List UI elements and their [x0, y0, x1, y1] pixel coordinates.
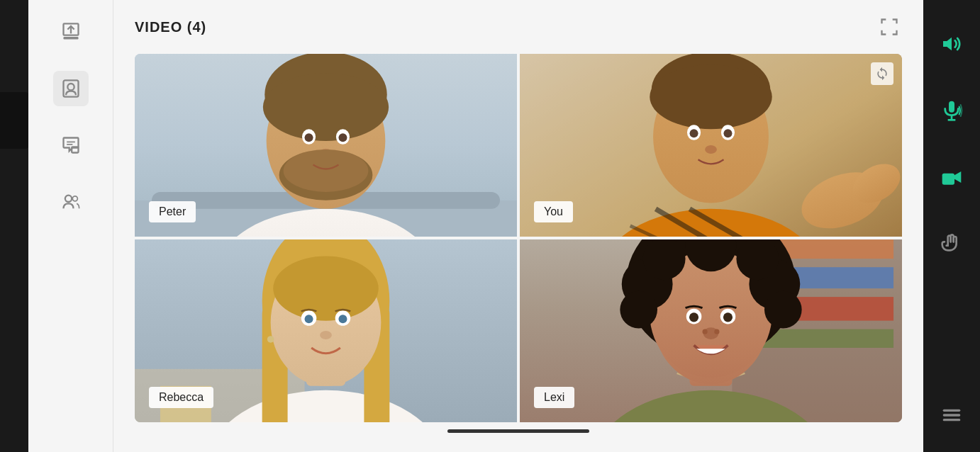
- video-cell-you: You: [520, 54, 902, 237]
- svg-marker-88: [954, 171, 961, 183]
- svg-point-7: [72, 196, 77, 201]
- users-icon[interactable]: [53, 184, 89, 220]
- svg-marker-84: [943, 38, 952, 51]
- svg-point-79: [689, 312, 698, 322]
- name-label-rebecca: Rebecca: [149, 387, 213, 408]
- svg-point-75: [620, 291, 657, 329]
- camera-icon[interactable]: [936, 162, 967, 193]
- left-sidebar: [28, 0, 113, 452]
- chat-icon[interactable]: [53, 128, 89, 163]
- svg-point-39: [705, 145, 717, 154]
- svg-rect-2: [63, 37, 78, 40]
- avatar-strip: [0, 92, 28, 149]
- name-label-you: You: [534, 201, 573, 222]
- name-label-lexi: Lexi: [534, 387, 574, 408]
- video-title: VIDEO (4): [135, 19, 206, 35]
- svg-point-76: [764, 291, 802, 329]
- svg-point-22: [284, 149, 369, 192]
- upload-icon[interactable]: [53, 14, 89, 50]
- video-grid: Peter: [135, 54, 902, 422]
- svg-point-73: [736, 239, 779, 280]
- svg-point-15: [263, 73, 389, 141]
- video-cell-lexi: Lexi: [520, 239, 902, 422]
- svg-point-72: [643, 239, 686, 280]
- svg-point-6: [65, 196, 71, 202]
- menu-icon[interactable]: [936, 400, 967, 431]
- speaker-icon[interactable]: [936, 28, 967, 60]
- video-cell-rebecca: Rebecca: [135, 239, 517, 422]
- video-cell-peter: Peter: [135, 54, 517, 237]
- contact-icon[interactable]: [53, 71, 89, 106]
- svg-point-56: [338, 315, 347, 323]
- svg-point-82: [703, 329, 708, 334]
- svg-point-55: [305, 315, 313, 323]
- scroll-indicator: [447, 429, 589, 433]
- svg-point-58: [267, 336, 274, 343]
- video-header: VIDEO (4): [135, 14, 902, 40]
- microphone-icon[interactable]: [936, 95, 967, 126]
- raise-hand-icon[interactable]: [936, 228, 967, 259]
- svg-point-34: [650, 64, 772, 129]
- svg-point-18: [305, 133, 313, 142]
- svg-point-4: [67, 84, 74, 90]
- svg-rect-85: [949, 101, 954, 113]
- camera-refresh-button[interactable]: [871, 62, 893, 85]
- svg-point-37: [690, 129, 698, 137]
- svg-point-19: [338, 133, 347, 142]
- svg-point-83: [714, 329, 719, 334]
- fullscreen-button[interactable]: [876, 14, 902, 40]
- svg-rect-89: [942, 174, 954, 185]
- left-strip: [0, 0, 28, 452]
- svg-point-57: [320, 331, 332, 339]
- main-content: VIDEO (4): [113, 0, 923, 452]
- svg-point-52: [273, 256, 379, 321]
- svg-point-80: [723, 312, 733, 322]
- right-sidebar: [923, 0, 980, 452]
- svg-point-38: [723, 129, 732, 137]
- name-label-peter: Peter: [149, 201, 196, 222]
